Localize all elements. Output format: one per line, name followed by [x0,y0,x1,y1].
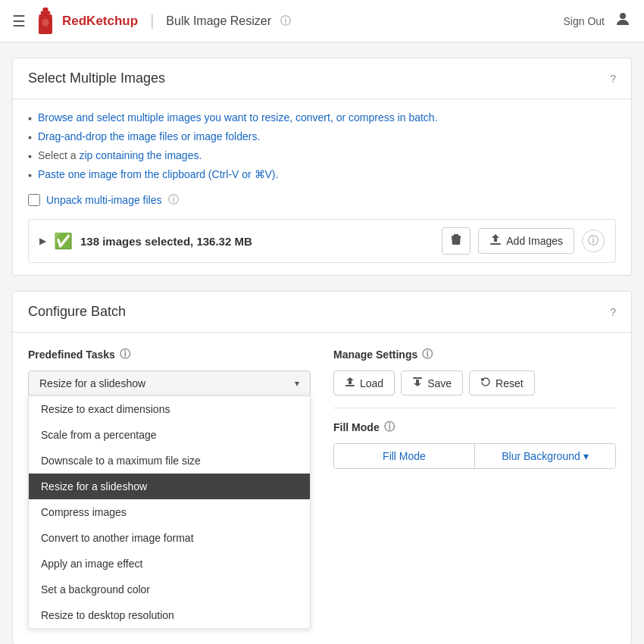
add-images-label: Add Images [506,235,563,247]
load-label: Load [360,377,383,389]
images-row-info-button[interactable]: ⓘ [582,230,605,252]
app-header: ☰ RedKetchup | Bulk Image Resizer ⓘ Sign… [0,0,644,42]
dropdown-item-resize-exact[interactable]: Resize to exact dimensions [29,396,310,422]
select-images-help-icon[interactable]: ? [610,73,616,85]
save-icon [412,377,423,389]
predefined-tasks-label-text: Predefined Tasks [28,349,115,361]
predefined-tasks-section: Predefined Tasks ⓘ Resize for a slidesho… [28,348,311,629]
svg-rect-5 [457,238,458,242]
blur-background-button[interactable]: Blur Background ▾ [475,444,615,468]
predefined-tasks-label: Predefined Tasks ⓘ [28,348,311,361]
upload-icon [489,233,502,249]
svg-rect-4 [455,238,456,242]
configure-batch-card: Configure Batch ? Predefined Tasks ⓘ Res… [12,291,632,644]
list-item: Select a zip containing the images. [28,149,616,162]
instructions-list: Browse and select multiple images you wa… [28,111,616,181]
manage-settings-info-icon[interactable]: ⓘ [422,348,433,361]
fill-mode-label: Fill Mode ⓘ [333,420,616,434]
reset-button[interactable]: Reset [469,370,535,395]
select-images-card: Select Multiple Images ? Browse and sele… [12,58,632,276]
sign-out-button[interactable]: Sign Out [564,15,605,27]
dropdown-item-background-color[interactable]: Set a background color [29,577,310,602]
select-images-card-header: Select Multiple Images ? [13,58,631,99]
load-icon [345,377,355,389]
svg-point-2 [42,18,49,27]
logo-area: RedKetchup [35,8,138,35]
add-images-button[interactable]: Add Images [478,228,574,254]
brand-name: RedKetchup [62,14,138,29]
dropdown-item-convert-format[interactable]: Convert to another image format [29,525,310,551]
blur-background-label: Blur Background [502,450,580,462]
svg-point-3 [620,13,626,19]
images-selected-row: ▶ ✅ 138 images selected, 136.32 MB Add I… [28,219,616,263]
unpack-info-icon[interactable]: ⓘ [168,193,179,207]
unpack-checkbox-row: Unpack multi-image files ⓘ [28,193,616,207]
list-item-text: Paste one image from the clipboard (Ctrl… [38,168,278,180]
dropdown-item-image-effect[interactable]: Apply an image effect [29,551,310,577]
svg-rect-6 [490,243,501,245]
expand-arrow-icon[interactable]: ▶ [39,236,46,246]
main-content: Select Multiple Images ? Browse and sele… [0,42,644,644]
save-button[interactable]: Save [401,370,463,395]
predefined-tasks-menu: Resize to exact dimensions Scale from a … [28,395,311,629]
drag-drop-link[interactable]: Drag-and-drop the image files or image f… [38,130,260,142]
check-circle-icon: ✅ [54,232,73,250]
fill-mode-label-text: Fill Mode [333,421,380,433]
blur-chevron-icon: ▾ [583,450,589,462]
svg-rect-1 [41,11,51,14]
manage-settings-label: Manage Settings ⓘ [333,348,616,361]
configure-batch-help-icon[interactable]: ? [610,306,616,318]
dropdown-item-downscale-filesize[interactable]: Downscale to a maximum file size [29,448,310,474]
fill-mode-section: Fill Mode ⓘ Fill Mode Blur Background ▾ [333,420,616,469]
paste-link[interactable]: Paste one image from the clipboard (Ctrl… [38,168,278,180]
load-button[interactable]: Load [333,370,395,395]
dropdown-item-resize-slideshow[interactable]: Resize for a slideshow [29,474,310,499]
logo-bottle-icon [35,8,56,35]
configure-two-col: Predefined Tasks ⓘ Resize for a slidesho… [28,348,616,629]
dropdown-item-desktop-resolution[interactable]: Resize to desktop resolution [29,602,310,628]
manage-settings-label-text: Manage Settings [333,349,417,361]
fill-mode-info-icon[interactable]: ⓘ [384,420,395,434]
list-item: Paste one image from the clipboard (Ctrl… [28,168,616,181]
chevron-down-icon: ▾ [295,378,299,389]
dropdown-item-scale-percentage[interactable]: Scale from a percentage [29,422,310,448]
list-item-text: Browse and select multiple images you wa… [38,111,438,123]
zip-link[interactable]: zip containing the images. [79,149,202,161]
list-item-text: Drag-and-drop the image files or image f… [38,130,260,142]
configure-batch-header: Configure Batch ? [13,292,631,333]
list-item: Drag-and-drop the image files or image f… [28,130,616,143]
settings-buttons-row: Load Save Reset [333,370,616,395]
select-images-title: Select Multiple Images [28,70,165,86]
menu-icon[interactable]: ☰ [12,12,26,30]
configure-batch-body: Predefined Tasks ⓘ Resize for a slidesho… [13,333,631,644]
svg-rect-7 [345,385,355,386]
select-images-body: Browse and select multiple images you wa… [13,99,631,275]
fill-mode-buttons-row: Fill Mode Blur Background ▾ [333,443,616,469]
list-item-text: Select a zip containing the images. [38,149,202,161]
browse-link[interactable]: Browse and select multiple images you wa… [38,111,438,123]
dropdown-item-compress[interactable]: Compress images [29,499,310,525]
unpack-checkbox[interactable] [28,194,40,206]
app-title: Bulk Image Resizer [166,14,271,28]
trash-icon [450,233,462,246]
images-count-text: 138 images selected, 136.32 MB [80,235,434,248]
reset-icon [480,377,491,389]
header-divider: | [150,12,154,30]
svg-rect-8 [413,377,422,379]
delete-images-button[interactable] [442,227,470,255]
manage-settings-section: Manage Settings ⓘ Load [333,348,616,629]
fill-mode-button[interactable]: Fill Mode [334,444,475,468]
configure-batch-title: Configure Batch [28,304,126,320]
app-title-info-icon[interactable]: ⓘ [280,14,291,28]
list-item: Browse and select multiple images you wa… [28,111,616,124]
settings-divider [333,408,616,408]
reset-label: Reset [496,377,524,389]
predefined-tasks-info-icon[interactable]: ⓘ [120,348,130,361]
unpack-label[interactable]: Unpack multi-image files [46,194,162,206]
dropdown-selected-value: Resize for a slideshow [39,377,145,389]
save-label: Save [427,377,452,389]
predefined-tasks-dropdown[interactable]: Resize for a slideshow ▾ [28,370,311,396]
user-profile-icon[interactable] [614,10,632,33]
